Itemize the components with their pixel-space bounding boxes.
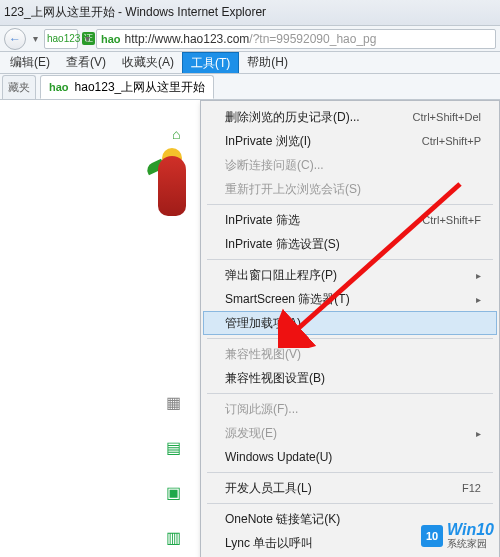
menu-separator	[207, 204, 493, 205]
grid-icon[interactable]: ▦	[166, 393, 181, 412]
menu-inprivate-browse[interactable]: InPrivate 浏览(I)Ctrl+Shift+P	[203, 129, 497, 153]
menu-separator	[207, 393, 493, 394]
menu-compat-view[interactable]: 兼容性视图(V)	[203, 342, 497, 366]
favorites-panel-tab[interactable]: 藏夹	[2, 75, 36, 99]
url-host: http://www.hao123.com	[125, 32, 250, 46]
watermark-logo: 10 Win10 系统家园	[421, 521, 494, 551]
mascot-illustration	[152, 148, 194, 232]
menu-popup-blocker[interactable]: 弹出窗口阻止程序(P)	[203, 263, 497, 287]
site-identity-dropdown[interactable]: ▾	[82, 33, 92, 44]
menu-compat-settings[interactable]: 兼容性视图设置(B)	[203, 366, 497, 390]
url-input[interactable]: hao http://www.hao123.com /?tn=99592090_…	[96, 29, 496, 49]
menu-separator	[207, 503, 493, 504]
music-icon[interactable]: ▥	[166, 528, 181, 547]
menu-tools[interactable]: 工具(T)	[182, 52, 239, 73]
menu-bar: 编辑(E) 查看(V) 收藏夹(A) 工具(T) 帮助(H)	[0, 52, 500, 74]
menu-separator	[207, 259, 493, 260]
tab-favicon-icon: hao	[49, 81, 69, 93]
back-icon: ←	[9, 32, 21, 46]
menu-dev-tools[interactable]: 开发人员工具(L)F12	[203, 476, 497, 500]
menu-view[interactable]: 查看(V)	[58, 52, 114, 73]
site-name: hao123	[47, 33, 80, 44]
tab-bar: 藏夹 hao hao123_上网从这里开始	[0, 74, 500, 100]
menu-windows-update[interactable]: Windows Update(U)	[203, 445, 497, 469]
window-title: 123_上网从这里开始 - Windows Internet Explorer	[4, 4, 266, 21]
address-bar: ← ▾ hao123 证 ▾ hao http://www.hao123.com…	[0, 26, 500, 52]
back-button[interactable]: ←	[4, 28, 26, 50]
menu-manage-addons[interactable]: 管理加载项(A)	[203, 311, 497, 335]
logo-subtitle: 系统家园	[447, 537, 494, 551]
menu-separator	[207, 472, 493, 473]
menu-help[interactable]: 帮助(H)	[239, 52, 296, 73]
menu-delete-history[interactable]: 删除浏览的历史记录(D)...Ctrl+Shift+Del	[203, 105, 497, 129]
news-icon[interactable]: ▤	[166, 438, 181, 457]
tab-title: hao123_上网从这里开始	[75, 79, 206, 96]
video-icon[interactable]: ▣	[166, 483, 181, 502]
menu-smartscreen[interactable]: SmartScreen 筛选器(T)	[203, 287, 497, 311]
sidebar-icons: ▦ ▤ ▣ ▥	[152, 393, 194, 547]
menu-inprivate-filter[interactable]: InPrivate 筛选Ctrl+Shift+F	[203, 208, 497, 232]
favicon-icon: hao	[101, 33, 121, 45]
menu-diagnose[interactable]: 诊断连接问题(C)...	[203, 153, 497, 177]
menu-separator	[207, 338, 493, 339]
menu-edit[interactable]: 编辑(E)	[2, 52, 58, 73]
title-bar: 123_上网从这里开始 - Windows Internet Explorer	[0, 0, 500, 26]
menu-favorites[interactable]: 收藏夹(A)	[114, 52, 182, 73]
site-identity[interactable]: hao123 证	[44, 29, 78, 49]
page-background: ⌂ ▦ ▤ ▣ ▥	[0, 100, 200, 557]
nav-history-dropdown[interactable]: ▾	[30, 33, 40, 44]
url-query: /?tn=99592090_hao_pg	[249, 32, 376, 46]
tools-dropdown: 删除浏览的历史记录(D)...Ctrl+Shift+Del InPrivate …	[200, 100, 500, 557]
menu-inprivate-filter-settings[interactable]: InPrivate 筛选设置(S)	[203, 232, 497, 256]
content-area: 冰河与暖约 ⌂ ▦ ▤ ▣ ▥ 删除浏览的历史记录(D)...Ctrl+Shif…	[0, 100, 500, 557]
logo-badge-icon: 10	[421, 525, 443, 547]
home-icon: ⌂	[172, 126, 180, 142]
menu-reopen-session[interactable]: 重新打开上次浏览会话(S)	[203, 177, 497, 201]
page-tab[interactable]: hao hao123_上网从这里开始	[40, 75, 214, 99]
menu-subscribe-feed[interactable]: 订阅此源(F)...	[203, 397, 497, 421]
menu-feed-discovery[interactable]: 源发现(E)	[203, 421, 497, 445]
